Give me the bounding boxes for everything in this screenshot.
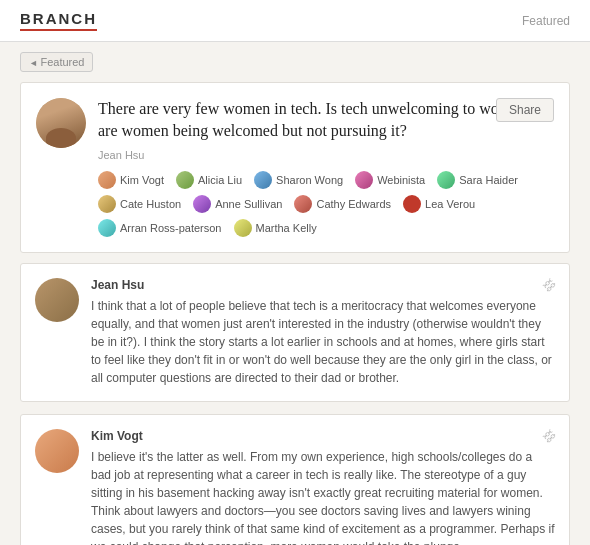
header-featured-label: Featured xyxy=(522,14,570,28)
participant-item: Alicia Liu xyxy=(176,171,242,189)
participant-name: Cate Huston xyxy=(120,198,181,210)
comment-card: Jean Hsu I think that a lot of people be… xyxy=(20,263,570,402)
participant-item: Webinista xyxy=(355,171,425,189)
participant-avatar xyxy=(254,171,272,189)
participant-name: Webinista xyxy=(377,174,425,186)
participant-item: Anne Sullivan xyxy=(193,195,282,213)
participant-avatar xyxy=(98,195,116,213)
comment-avatar xyxy=(35,278,79,322)
participant-avatar xyxy=(294,195,312,213)
question-title: There are very few women in tech. Is tec… xyxy=(98,98,554,143)
participant-name: Lea Verou xyxy=(425,198,475,210)
participant-avatar xyxy=(234,219,252,237)
comment-card: Kim Vogt I believe it's the latter as we… xyxy=(20,414,570,545)
comment-author: Jean Hsu xyxy=(91,278,555,292)
comment-author: Kim Vogt xyxy=(91,429,555,443)
question-card: There are very few women in tech. Is tec… xyxy=(20,82,570,253)
participant-avatar xyxy=(355,171,373,189)
comment-avatar xyxy=(35,429,79,473)
featured-back-button[interactable]: Featured xyxy=(20,52,93,72)
comment-text: I believe it's the latter as well. From … xyxy=(91,448,555,545)
participant-avatar xyxy=(98,219,116,237)
participant-name: Alicia Liu xyxy=(198,174,242,186)
participant-item: Sharon Wong xyxy=(254,171,343,189)
question-author: Jean Hsu xyxy=(98,149,554,161)
participant-item: Arran Ross-paterson xyxy=(98,219,222,237)
participant-item: Martha Kelly xyxy=(234,219,317,237)
participant-avatar xyxy=(437,171,455,189)
participants-list: Kim Vogt Alicia Liu Sharon Wong Webinist… xyxy=(98,171,554,237)
participant-item: Cate Huston xyxy=(98,195,181,213)
question-content: There are very few women in tech. Is tec… xyxy=(98,98,554,237)
participant-item: Kim Vogt xyxy=(98,171,164,189)
comment-body: Jean Hsu I think that a lot of people be… xyxy=(91,278,555,387)
comments-list: Jean Hsu I think that a lot of people be… xyxy=(0,263,590,545)
participant-avatar xyxy=(176,171,194,189)
question-avatar xyxy=(36,98,86,148)
participant-avatar xyxy=(193,195,211,213)
participant-avatar xyxy=(98,171,116,189)
app-title: BRANCH xyxy=(20,10,97,31)
participant-item: Cathy Edwards xyxy=(294,195,391,213)
share-button[interactable]: Share xyxy=(496,98,554,122)
participant-name: Arran Ross-paterson xyxy=(120,222,222,234)
comments-section: Jean Hsu I think that a lot of people be… xyxy=(0,263,590,545)
participant-name: Martha Kelly xyxy=(256,222,317,234)
participant-item: Lea Verou xyxy=(403,195,475,213)
participant-name: Anne Sullivan xyxy=(215,198,282,210)
participant-avatar xyxy=(403,195,421,213)
comment-text: I think that a lot of people believe tha… xyxy=(91,297,555,387)
app-header: BRANCH Featured xyxy=(0,0,590,42)
featured-nav: Featured xyxy=(0,42,590,72)
participant-name: Cathy Edwards xyxy=(316,198,391,210)
comment-body: Kim Vogt I believe it's the latter as we… xyxy=(91,429,555,545)
participant-name: Sharon Wong xyxy=(276,174,343,186)
participant-name: Kim Vogt xyxy=(120,174,164,186)
participant-name: Sara Haider xyxy=(459,174,518,186)
participant-item: Sara Haider xyxy=(437,171,518,189)
